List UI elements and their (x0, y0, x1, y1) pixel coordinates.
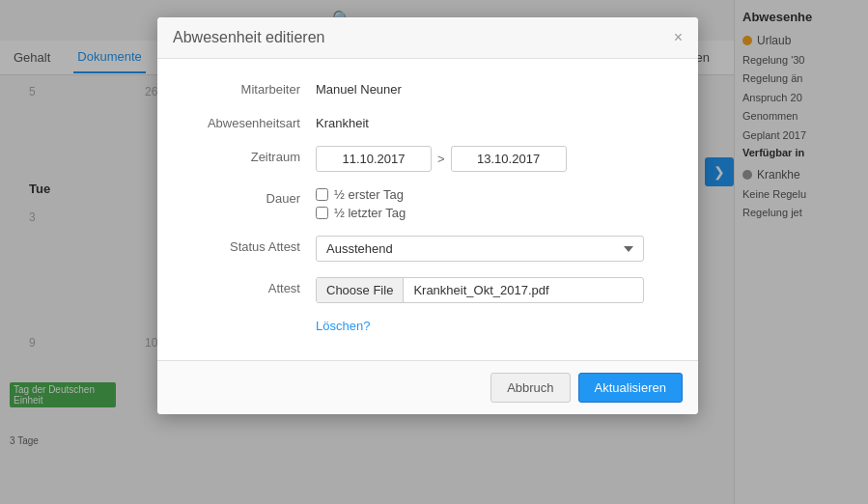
date-to-input[interactable] (451, 146, 567, 172)
dauer-checkbox1[interactable] (316, 188, 328, 201)
status-attest-select[interactable]: Ausstehend Vorhanden Nicht erforderlich (316, 236, 644, 262)
status-attest-label: Status Attest (181, 236, 316, 254)
dauer-container: ½ erster Tag ½ letzter Tag (316, 187, 406, 220)
mitarbeiter-row: Mitarbeiter Manuel Neuner (181, 78, 675, 97)
loeschen-row: Löschen? (316, 319, 675, 333)
attest-label: Attest (181, 277, 316, 295)
modal-header: Abwesenheit editieren × (157, 17, 698, 59)
file-input-container: Choose File Krankheit_Okt_2017.pdf (316, 277, 644, 303)
save-button[interactable]: Aktualisieren (578, 373, 683, 403)
choose-file-button[interactable]: Choose File (317, 278, 404, 302)
mitarbeiter-value: Manuel Neuner (316, 78, 402, 97)
abwesenheitsart-label: Abwesenheitsart (181, 112, 316, 130)
date-from-input[interactable] (316, 146, 432, 172)
mitarbeiter-label: Mitarbeiter (181, 78, 316, 97)
dauer-checkbox2-row[interactable]: ½ letzter Tag (316, 206, 406, 220)
dauer-checkbox1-row[interactable]: ½ erster Tag (316, 187, 406, 202)
status-attest-row: Status Attest Ausstehend Vorhanden Nicht… (181, 236, 675, 262)
dauer-label: Dauer (181, 187, 316, 206)
modal-body: Mitarbeiter Manuel Neuner Abwesenheitsar… (157, 59, 698, 360)
abwesenheitsart-row: Abwesenheitsart Krankheit (181, 112, 675, 130)
attest-row: Attest Choose File Krankheit_Okt_2017.pd… (181, 277, 675, 303)
cancel-button[interactable]: Abbruch (490, 373, 570, 403)
dauer-checkbox2-label: ½ letzter Tag (334, 206, 406, 220)
zeitraum-row: Zeitraum > (181, 146, 675, 172)
zeitraum-label: Zeitraum (181, 146, 316, 164)
modal-dialog: Abwesenheit editieren × Mitarbeiter Manu… (157, 17, 698, 414)
dauer-row: Dauer ½ erster Tag ½ letzter Tag (181, 187, 675, 220)
loeschen-link[interactable]: Löschen? (316, 319, 370, 333)
modal-close-button[interactable]: × (674, 30, 683, 45)
dauer-checkbox2[interactable] (316, 207, 328, 219)
dauer-checkbox1-label: ½ erster Tag (334, 187, 404, 202)
modal-title: Abwesenheit editieren (173, 29, 324, 46)
file-name-display: Krankheit_Okt_2017.pdf (404, 278, 643, 302)
date-separator: > (437, 152, 445, 166)
abwesenheitsart-value: Krankheit (316, 112, 369, 130)
modal-footer: Abbruch Aktualisieren (157, 360, 698, 414)
zeitraum-container: > (316, 146, 567, 172)
